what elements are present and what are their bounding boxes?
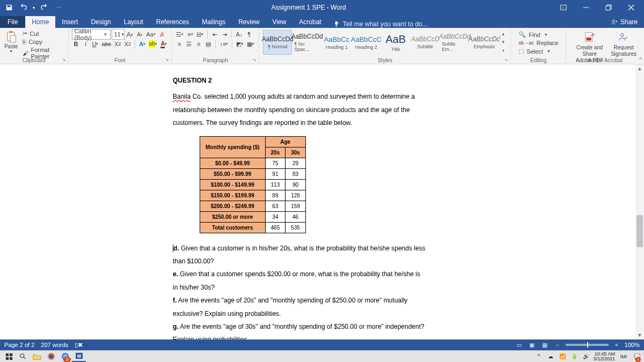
word-count[interactable]: 207 words bbox=[41, 342, 68, 349]
find-button[interactable]: 🔍Find▼ bbox=[516, 31, 560, 39]
tray-expand-button[interactable]: ^ bbox=[535, 351, 543, 362]
strikethrough-button[interactable]: abc bbox=[101, 40, 113, 48]
chrome-button[interactable]: 35 bbox=[58, 351, 72, 362]
select-button[interactable]: ⬚Select▼ bbox=[516, 47, 560, 55]
scroll-track[interactable] bbox=[635, 73, 644, 331]
tab-insert[interactable]: Insert bbox=[55, 16, 84, 28]
minimize-button[interactable] bbox=[575, 0, 597, 15]
align-center-button[interactable]: ☰ bbox=[185, 40, 193, 48]
file-explorer-button[interactable] bbox=[30, 351, 44, 362]
font-color-button[interactable]: A▾ bbox=[159, 40, 168, 48]
read-mode-button[interactable]: ▭ bbox=[514, 341, 524, 349]
action-center-button[interactable]: 💬4 bbox=[632, 351, 642, 362]
volume-icon[interactable]: 🔊 bbox=[582, 351, 590, 362]
clear-formatting-button[interactable]: A̷ bbox=[158, 30, 166, 39]
subscript-button[interactable]: X2 bbox=[113, 40, 122, 48]
style-emphasis[interactable]: AaBbCcDdEmphasis bbox=[470, 30, 499, 55]
replace-button[interactable]: ab→acReplace bbox=[516, 39, 560, 47]
numbering-button[interactable]: ≡▾ bbox=[186, 30, 194, 39]
tell-me-search[interactable]: Tell me what you want to do... bbox=[328, 20, 433, 28]
style-subtle-emphasis[interactable]: AaBbCcDdSubtle Em... bbox=[440, 30, 469, 55]
text-effects-button[interactable]: A▾ bbox=[138, 40, 147, 48]
tab-home[interactable]: Home bbox=[25, 16, 55, 28]
wifi-icon[interactable]: 📶 bbox=[558, 351, 567, 362]
request-signatures-button[interactable]: Request Signatures bbox=[611, 32, 636, 57]
battery-icon[interactable]: 🔋 bbox=[570, 351, 579, 362]
tab-mailings[interactable]: Mailings bbox=[195, 16, 232, 28]
show-marks-button[interactable]: ¶ bbox=[245, 30, 253, 39]
word-button[interactable]: W bbox=[72, 351, 86, 362]
style-title[interactable]: AaBTitle bbox=[381, 30, 410, 55]
copy-button[interactable]: ⎘Copy bbox=[21, 38, 64, 46]
italic-button[interactable]: I bbox=[82, 40, 90, 48]
style-normal[interactable]: AaBbCcDd¶ Normal bbox=[263, 30, 292, 55]
font-launcher[interactable]: ↘ bbox=[164, 57, 170, 63]
spellcheck-button[interactable]: ▯✖ bbox=[75, 342, 83, 349]
print-layout-button[interactable]: ▣ bbox=[527, 341, 537, 349]
cut-button[interactable]: ✂Cut bbox=[21, 29, 64, 38]
ribbon-display-options[interactable] bbox=[553, 0, 574, 15]
superscript-button[interactable]: X2 bbox=[123, 40, 132, 48]
line-spacing-button[interactable]: ↕≡▾ bbox=[218, 40, 229, 48]
multilevel-button[interactable]: ⊟▾ bbox=[195, 30, 204, 39]
underline-button[interactable]: U▾ bbox=[91, 40, 100, 48]
onedrive-icon[interactable]: ☁ bbox=[546, 351, 555, 362]
undo-button[interactable] bbox=[17, 2, 29, 13]
search-button[interactable] bbox=[16, 351, 30, 362]
decrease-indent-button[interactable]: ⇤ bbox=[210, 30, 219, 39]
scroll-down-button[interactable]: ▼ bbox=[635, 331, 644, 339]
maximize-button[interactable] bbox=[598, 0, 619, 15]
justify-button[interactable]: ▤ bbox=[204, 40, 213, 48]
tab-view[interactable]: View bbox=[266, 16, 293, 28]
style-heading1[interactable]: AaBbCcHeading 1 bbox=[322, 30, 351, 55]
gallery-expand[interactable]: ▾ bbox=[500, 47, 507, 55]
tab-acrobat[interactable]: Acrobat bbox=[292, 16, 327, 28]
sort-button[interactable]: A↓ bbox=[235, 30, 244, 39]
gallery-scroll-up[interactable]: ▲ bbox=[500, 30, 507, 38]
clock[interactable]: 10:45 AM 5/12/2021 bbox=[594, 352, 615, 361]
tab-design[interactable]: Design bbox=[84, 16, 117, 28]
style-no-spacing[interactable]: AaBbCcDd¶ No Spac... bbox=[292, 30, 321, 55]
scroll-up-button[interactable]: ▲ bbox=[635, 64, 644, 73]
save-button[interactable] bbox=[3, 2, 15, 13]
zoom-in-button[interactable]: + bbox=[612, 341, 621, 349]
collapse-ribbon-button[interactable]: ^ bbox=[639, 57, 642, 63]
tab-references[interactable]: References bbox=[150, 16, 195, 28]
vertical-scrollbar[interactable]: ▲ ▼ bbox=[635, 64, 644, 339]
qat-customize[interactable]: ⋯ bbox=[53, 2, 64, 13]
tab-file[interactable]: File bbox=[0, 16, 25, 28]
styles-launcher[interactable]: ↘ bbox=[503, 57, 509, 63]
font-name-combo[interactable]: Calibri (Body)▼ bbox=[72, 29, 111, 40]
gallery-scroll-down[interactable]: ▼ bbox=[500, 38, 507, 46]
shrink-font-button[interactable]: A▾ bbox=[135, 30, 144, 39]
document-area[interactable]: QUESTION 2 Banila Co. selected 1,000 you… bbox=[0, 64, 635, 339]
redo-button[interactable] bbox=[39, 2, 50, 13]
align-right-button[interactable]: ≡ bbox=[194, 40, 203, 48]
ime-indicator[interactable]: IMI bbox=[618, 351, 629, 362]
tab-review[interactable]: Review bbox=[232, 16, 266, 28]
undo-dropdown[interactable]: ▼ bbox=[31, 2, 36, 13]
paste-button[interactable]: Paste ▼ bbox=[3, 29, 19, 56]
close-button[interactable] bbox=[620, 0, 642, 15]
page-indicator[interactable]: Page 2 of 2 bbox=[4, 342, 34, 349]
scroll-thumb[interactable] bbox=[636, 215, 643, 247]
share-button[interactable]: Share bbox=[605, 16, 644, 28]
increase-indent-button[interactable]: ⇥ bbox=[220, 30, 229, 39]
zoom-out-button[interactable]: − bbox=[553, 341, 562, 349]
grow-font-button[interactable]: A▴ bbox=[126, 30, 135, 39]
borders-button[interactable]: ▦▾ bbox=[246, 40, 255, 48]
style-heading2[interactable]: AaBbCcCHeading 2 bbox=[352, 30, 380, 55]
change-case-button[interactable]: Aa▾ bbox=[145, 30, 156, 39]
web-layout-button[interactable]: ▦ bbox=[540, 341, 550, 349]
style-subtitle[interactable]: AaBbCcDSubtitle bbox=[411, 30, 440, 55]
bold-button[interactable]: B bbox=[72, 40, 80, 48]
align-left-button[interactable]: ≡ bbox=[175, 40, 184, 48]
zoom-slider[interactable] bbox=[566, 344, 609, 346]
highlight-button[interactable]: ab▾ bbox=[148, 40, 158, 48]
font-size-combo[interactable]: 11▼ bbox=[112, 29, 125, 40]
clipboard-launcher[interactable]: ↘ bbox=[61, 57, 67, 63]
paragraph-launcher[interactable]: ↘ bbox=[251, 57, 258, 63]
shading-button[interactable]: ◩▾ bbox=[235, 40, 245, 48]
zoom-level[interactable]: 100% bbox=[625, 342, 640, 348]
start-button[interactable] bbox=[2, 351, 16, 362]
